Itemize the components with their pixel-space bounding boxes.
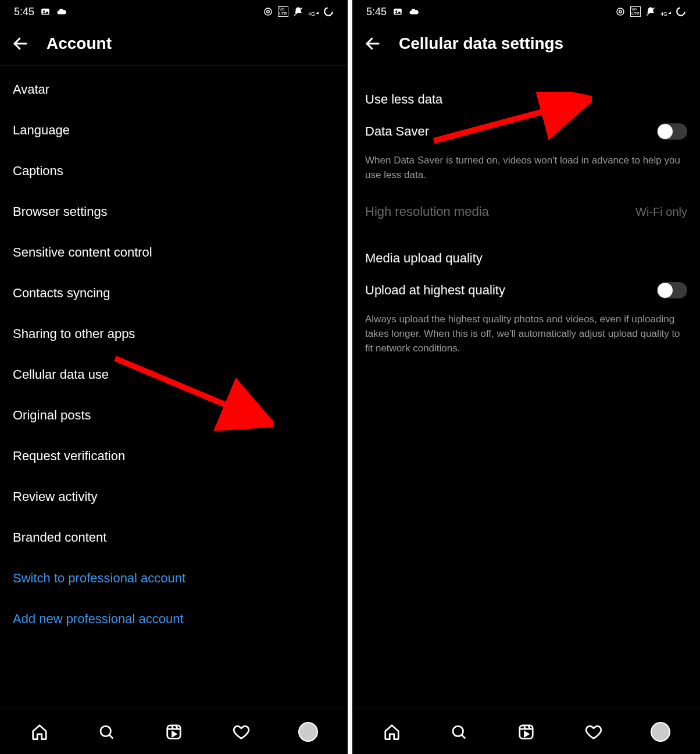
nav-activity-icon[interactable] — [231, 722, 251, 742]
phone-cellular-settings-screen: 5:45 Vo LTE 4G — [352, 0, 700, 754]
list-item-branded-content[interactable]: Branded content — [0, 517, 348, 558]
bottom-nav — [352, 709, 700, 754]
bottom-nav — [0, 709, 348, 754]
data-saver-toggle[interactable] — [657, 123, 687, 140]
list-item-avatar[interactable]: Avatar — [0, 69, 348, 110]
setting-data-saver[interactable]: Data Saver — [352, 113, 700, 150]
avatar — [651, 722, 670, 742]
page-title: Account — [47, 34, 112, 53]
nav-profile-icon[interactable] — [651, 722, 670, 742]
setting-high-resolution-media: High resolution media Wi-Fi only — [352, 194, 700, 230]
svg-point-16 — [619, 10, 622, 13]
cloud-icon — [56, 6, 67, 17]
upload-quality-toggle[interactable] — [657, 282, 687, 298]
upload-quality-description: Always upload the highest quality photos… — [352, 309, 700, 367]
status-bar: 5:45 Vo LTE 4G — [352, 0, 700, 23]
nav-reels-icon[interactable] — [164, 722, 184, 742]
photo-icon — [40, 6, 51, 17]
svg-point-7 — [101, 726, 111, 737]
loading-icon — [676, 6, 686, 17]
loading-icon — [323, 6, 334, 17]
list-item-captions[interactable]: Captions — [0, 151, 348, 191]
list-item-language[interactable]: Language — [0, 110, 348, 151]
svg-point-2 — [267, 10, 270, 13]
high-res-label: High resolution media — [365, 204, 489, 219]
cast-icon — [615, 6, 626, 17]
cloud-icon — [409, 6, 419, 17]
nav-search-icon[interactable] — [97, 722, 116, 742]
signal-icon: 4G — [308, 6, 319, 17]
section-use-less-data: Use less data — [352, 69, 700, 113]
back-button[interactable] — [363, 34, 383, 54]
section-media-upload-quality: Media upload quality — [352, 230, 700, 272]
svg-line-22 — [462, 735, 465, 738]
volte-icon: Vo LTE — [278, 6, 288, 17]
nav-reels-icon[interactable] — [516, 722, 536, 742]
mute-icon — [645, 6, 656, 17]
list-item-request-verification[interactable]: Request verification — [0, 436, 348, 476]
data-saver-label: Data Saver — [365, 124, 429, 139]
list-item-review-activity[interactable]: Review activity — [0, 476, 348, 517]
photo-icon — [392, 6, 403, 17]
nav-activity-icon[interactable] — [584, 722, 603, 742]
list-item-sensitive-content[interactable]: Sensitive content control — [0, 232, 348, 273]
high-res-value: Wi-Fi only — [635, 205, 687, 219]
status-time: 5:45 — [366, 6, 387, 18]
svg-point-21 — [453, 726, 463, 737]
nav-home-icon[interactable] — [30, 722, 49, 742]
data-saver-description: When Data Saver is turned on, videos won… — [352, 150, 700, 194]
account-list[interactable]: Avatar Language Captions Browser setting… — [0, 66, 348, 709]
list-item-cellular-data-use[interactable]: Cellular data use — [0, 354, 348, 395]
nav-home-icon[interactable] — [382, 722, 402, 742]
list-item-sharing-apps[interactable]: Sharing to other apps — [0, 314, 348, 354]
nav-search-icon[interactable] — [449, 722, 469, 742]
status-time: 5:45 — [14, 6, 34, 18]
svg-point-3 — [265, 8, 272, 15]
list-item-add-professional[interactable]: Add new professional account — [0, 599, 348, 639]
page-title: Cellular data settings — [399, 34, 563, 53]
mute-icon — [293, 6, 303, 17]
volte-icon: Vo LTE — [630, 6, 641, 17]
svg-point-5 — [324, 8, 333, 16]
header: Cellular data settings — [352, 23, 700, 65]
back-button[interactable] — [10, 34, 30, 54]
svg-point-15 — [395, 10, 397, 12]
signal-icon: 4G — [660, 6, 671, 17]
setting-upload-highest-quality[interactable]: Upload at highest quality — [352, 272, 700, 309]
cellular-settings-content[interactable]: Use less data Data Saver When Data Saver… — [352, 65, 700, 709]
svg-line-8 — [109, 735, 113, 738]
upload-quality-label: Upload at highest quality — [365, 283, 505, 298]
list-item-browser-settings[interactable]: Browser settings — [0, 191, 348, 232]
cast-icon — [263, 6, 273, 17]
list-item-switch-professional[interactable]: Switch to professional account — [0, 558, 348, 599]
nav-profile-icon[interactable] — [298, 722, 318, 742]
list-item-contacts-syncing[interactable]: Contacts syncing — [0, 273, 348, 314]
phone-account-screen: 5:45 Vo LTE 4G — [0, 0, 348, 754]
svg-point-17 — [617, 8, 624, 15]
status-bar: 5:45 Vo LTE 4G — [0, 0, 348, 23]
list-item-original-posts[interactable]: Original posts — [0, 395, 348, 436]
svg-point-19 — [677, 8, 685, 16]
header: Account — [0, 23, 348, 66]
svg-point-1 — [43, 10, 45, 12]
avatar — [298, 722, 318, 742]
